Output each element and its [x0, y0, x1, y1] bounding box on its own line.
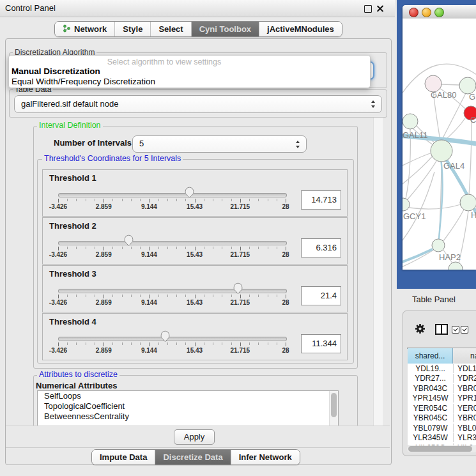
slider-tick: [95, 199, 95, 201]
slider-tick: [140, 199, 141, 201]
column-header-name[interactable]: name: [453, 348, 476, 364]
threshold-value-field[interactable]: 21.4: [301, 286, 341, 305]
table-row[interactable]: YER054CYER0: [408, 403, 476, 413]
threshold-slider-thumb[interactable]: [185, 187, 194, 199]
close-traffic-light-icon[interactable]: [409, 8, 418, 17]
network-edge[interactable]: [441, 93, 466, 141]
cell-shared-name[interactable]: YER054C: [408, 404, 454, 413]
cell-name[interactable]: YER0: [454, 404, 476, 413]
cell-name[interactable]: YPR1: [454, 394, 476, 403]
table-row[interactable]: YBR045CYBR0: [408, 413, 476, 424]
network-edge[interactable]: [469, 121, 472, 195]
slider-tick: [204, 247, 204, 249]
slider-tick: [231, 247, 232, 249]
attribute-item-selfloops[interactable]: SelfLoops: [38, 391, 338, 401]
node-bottom[interactable]: [449, 262, 463, 270]
float-window-icon[interactable]: [364, 5, 372, 13]
cell-name[interactable]: YBL0: [454, 424, 476, 433]
network-edge-highlighted[interactable]: [403, 249, 433, 263]
settings-scroll-viewport: Interval Definition Number of Intervals …: [9, 118, 373, 426]
table-row[interactable]: YDL19...YDL1: [408, 364, 476, 374]
tab-impute-data[interactable]: Impute Data: [92, 450, 155, 464]
dropdown-option-manual-discretization[interactable]: Manual Discretization: [12, 66, 100, 76]
tab-cyni-toolbox[interactable]: Cyni Toolbox: [191, 22, 259, 36]
tab-discretize-data[interactable]: Discretize Data: [155, 450, 230, 464]
network-canvas[interactable]: GAL80GCGAL11GAL4GCY1HHAP2: [403, 19, 476, 270]
tab-network[interactable]: Network: [55, 22, 114, 36]
slider-tick: [240, 342, 241, 346]
tab-jactivemnodules[interactable]: jActiveMNodules: [259, 22, 342, 36]
tab-label: Network: [74, 24, 107, 34]
cell-shared-name[interactable]: YBR045C: [408, 413, 454, 422]
attribute-item-betweennesscentrality[interactable]: BetweennessCentrality: [38, 411, 338, 422]
table-row[interactable]: YLR345WYLR3: [408, 433, 476, 443]
cell-shared-name[interactable]: YDL19...: [408, 364, 454, 373]
slider-tick-label: 21.715: [231, 299, 250, 306]
cell-shared-name[interactable]: YDR27...: [408, 374, 454, 383]
cell-shared-name[interactable]: YBR043C: [408, 384, 454, 393]
cell-name[interactable]: YDR2: [454, 374, 476, 383]
cell-name[interactable]: YDL1: [454, 364, 476, 373]
node-gcy1[interactable]: [403, 198, 410, 211]
threshold-slider-thumb[interactable]: [160, 330, 170, 342]
checkbox-icon[interactable]: [452, 326, 459, 334]
slider-tick: [122, 342, 123, 345]
tab-style[interactable]: Style: [114, 22, 150, 36]
threshold-slider-thumb[interactable]: [124, 234, 134, 247]
network-edge[interactable]: [403, 153, 432, 167]
table-row[interactable]: YPR145WYPR1: [408, 394, 476, 404]
threshold-slider-thumb[interactable]: [233, 282, 243, 295]
network-window-titlebar[interactable]: [403, 5, 476, 19]
network-edge[interactable]: [443, 210, 464, 241]
zoom-traffic-light-icon[interactable]: [434, 8, 444, 17]
cell-shared-name[interactable]: YPR145W: [408, 394, 454, 403]
attributes-list-scrollbar[interactable]: [329, 391, 338, 426]
checkbox-icon[interactable]: [461, 326, 468, 334]
cell-shared-name[interactable]: YLR345W: [408, 433, 454, 442]
minimize-traffic-light-icon[interactable]: [422, 8, 431, 17]
table-hscrollbar-thumb[interactable]: [408, 446, 472, 452]
slider-tick-label: 21.715: [231, 203, 250, 210]
numerical-attributes-list[interactable]: SelfLoopsTopologicalCoefficientBetweenne…: [37, 390, 339, 426]
split-columns-icon[interactable]: [435, 324, 448, 337]
cell-shared-name[interactable]: YBL079W: [408, 424, 454, 433]
threshold-value-field[interactable]: 14.713: [301, 190, 341, 210]
node-gal4[interactable]: [431, 140, 452, 162]
table-row[interactable]: YDR27...YDR2: [408, 374, 476, 384]
cell-name[interactable]: YBR0: [454, 413, 476, 422]
threshold-slider-track[interactable]: [58, 193, 287, 197]
attributes-list-scrollbar-thumb[interactable]: [331, 393, 337, 417]
slider-tick: [185, 247, 186, 249]
table-hscrollbar[interactable]: [407, 445, 476, 452]
settings-scrollbar[interactable]: [373, 118, 383, 426]
table-data-combobox[interactable]: galFiltered.sif default node: [14, 95, 382, 113]
dropdown-option-equal-width-frequency[interactable]: Equal Width/Frequency Discretization: [12, 77, 155, 86]
network-edge[interactable]: [441, 84, 459, 85]
table-row[interactable]: YBL079WYBL0: [408, 423, 476, 433]
cell-name[interactable]: YBR0: [454, 384, 476, 393]
number-of-intervals-combobox[interactable]: 5: [132, 135, 307, 153]
tab-select[interactable]: Select: [150, 22, 190, 36]
close-icon[interactable]: [376, 4, 384, 13]
slider-tick: [67, 295, 68, 297]
threshold-slider-track[interactable]: [58, 337, 287, 341]
column-header-shared-name[interactable]: shared...: [408, 348, 453, 364]
tab-infer-network[interactable]: Infer Network: [231, 450, 300, 464]
attribute-item-topologicalcoefficient[interactable]: TopologicalCoefficient: [38, 401, 338, 411]
node-hap2[interactable]: [432, 239, 445, 252]
node-gal11[interactable]: [403, 114, 418, 129]
table-row[interactable]: YBR043CYBR0: [408, 383, 476, 394]
threshold-value-field[interactable]: 6.316: [301, 238, 341, 257]
attributes-group-title: Attributes to discretize: [37, 371, 119, 379]
threshold-slider-track[interactable]: [58, 289, 287, 293]
network-edge[interactable]: [409, 204, 461, 209]
tab-label: Discretize Data: [163, 452, 222, 462]
network-edge[interactable]: [403, 156, 433, 186]
slider-tick: [249, 199, 250, 201]
apply-button[interactable]: Apply: [174, 429, 215, 445]
gear-icon[interactable]: [415, 323, 426, 337]
node-right[interactable]: [460, 194, 476, 211]
threshold-slider-track[interactable]: [58, 241, 287, 245]
threshold-value-field[interactable]: 11.344: [301, 334, 341, 353]
cell-name[interactable]: YLR3: [454, 433, 476, 442]
